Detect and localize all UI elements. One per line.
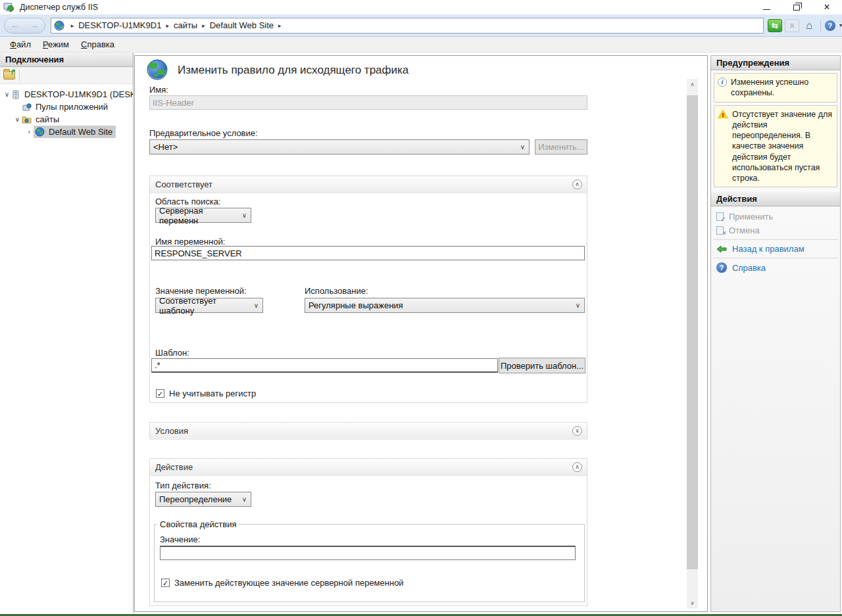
scope-select[interactable]: Серверная переменн ∨	[155, 208, 251, 223]
minimize-button[interactable]	[751, 0, 781, 14]
action-section-title: Действие	[155, 462, 193, 472]
cancel-action[interactable]: × Отмена	[711, 224, 840, 237]
tree-item-server[interactable]: ∨ DESKTOP-U1MK9D1 (DESKTOP	[0, 88, 133, 101]
menu-view[interactable]: Режим	[37, 37, 75, 51]
variable-name-input[interactable]	[151, 246, 585, 260]
refresh-button[interactable]: ⇆	[768, 19, 782, 32]
scrollbar-thumb[interactable]	[687, 95, 698, 569]
menu-help[interactable]: Справка	[75, 37, 120, 51]
chevron-down-icon: ∨	[242, 212, 251, 219]
action-value-input[interactable]	[160, 546, 576, 560]
edit-outbound-rule-page: Изменить правило для исходящего трафика …	[134, 55, 708, 612]
content-scrollbar[interactable]: ∧ ∨	[687, 79, 698, 609]
back-button[interactable]: ←	[11, 21, 19, 30]
right-panel: Предупреждения i Изменения успешно сохра…	[710, 55, 841, 612]
breadcrumb-item-server[interactable]: DESKTOP-U1MK9D1	[78, 20, 161, 30]
check-icon: ✓	[721, 216, 726, 223]
action-type-select[interactable]: Переопределение ∨	[155, 492, 251, 507]
test-pattern-button[interactable]: Проверить шаблон...	[499, 358, 585, 373]
actions-separator	[713, 258, 838, 258]
action-section-header[interactable]: Действие ∧	[150, 459, 587, 476]
page-title: Изменить правило для исходящего трафика	[178, 64, 409, 77]
scroll-down-icon[interactable]: ∨	[687, 598, 698, 609]
collapse-chevron-up-icon[interactable]: ∧	[572, 179, 582, 189]
window-controls: ×	[751, 0, 842, 14]
help-label: Справка	[732, 263, 766, 273]
tree-selection: Default Web Site	[34, 126, 116, 138]
match-section-title: Соответствует	[155, 179, 212, 189]
precondition-label: Предварительное условие:	[149, 128, 258, 138]
tree-expanded-icon[interactable]: ∨	[3, 91, 11, 98]
tree-item-app-pools-label: Пулы приложений	[34, 101, 110, 112]
breadcrumb-item-site[interactable]: Default Web Site	[210, 20, 274, 30]
tree-expanded-icon[interactable]: ∨	[13, 116, 22, 123]
info-alert: i Изменения успешно сохранены.	[714, 73, 837, 103]
tree-item-app-pools[interactable]: Пулы приложений	[0, 101, 133, 113]
action-properties-group: Свойства действия Значение: ✓ Заменить д…	[154, 519, 585, 602]
back-to-rules-label: Назад к правилам	[732, 244, 805, 254]
help-action[interactable]: ? Справка	[711, 260, 840, 275]
server-icon	[11, 90, 20, 99]
collapse-chevron-up-icon[interactable]: ∧	[572, 462, 582, 472]
iis-manager-window: Диспетчер служб IIS × ← → ▸ DESKTOP-U1MK…	[0, 0, 842, 616]
tree-item-default-web-site[interactable]: › Default Web Site	[0, 126, 133, 138]
address-band: ← → ▸ DESKTOP-U1MK9D1 ▸ сайты ▸ Default …	[0, 14, 842, 37]
conditions-section-header[interactable]: Условия ∨	[150, 423, 587, 440]
chevron-down-icon: ∨	[520, 143, 529, 151]
help-icon: ?	[716, 262, 727, 273]
cancel-icon: ×	[716, 226, 724, 235]
menu-file[interactable]: Файл	[4, 37, 37, 51]
warning-alert: ! Отсутствует значение для действия пере…	[714, 105, 837, 188]
ignore-case-checkbox-row: ✓ Не учитывать регистр	[156, 389, 256, 398]
tree-item-server-label: DESKTOP-U1MK9D1 (DESKTOP	[22, 89, 133, 100]
precondition-select[interactable]: <Нет> ∨	[149, 139, 530, 154]
help-dropdown-caret-icon[interactable]: ▾	[839, 22, 842, 28]
pattern-input[interactable]	[151, 358, 498, 373]
replace-checkbox[interactable]: ✓	[161, 579, 170, 587]
expand-chevron-down-icon[interactable]: ∨	[572, 426, 582, 436]
chevron-down-icon: ∨	[576, 302, 584, 309]
restore-button[interactable]	[781, 0, 812, 14]
toolbar-separator	[19, 70, 20, 81]
home-button[interactable]: ⌂	[802, 19, 816, 32]
ignore-case-checkbox[interactable]: ✓	[156, 389, 164, 398]
back-to-rules-action[interactable]: Назад к правилам	[711, 242, 840, 256]
minimize-icon	[763, 9, 770, 10]
precondition-value: <Нет>	[153, 142, 178, 152]
breadcrumb[interactable]: ▸ DESKTOP-U1MK9D1 ▸ сайты ▸ Default Web …	[51, 18, 764, 34]
chevron-down-icon: ∨	[242, 496, 251, 503]
edit-precondition-button[interactable]: Изменить...	[535, 139, 587, 154]
close-button[interactable]: ×	[812, 0, 842, 14]
action-type-label: Тип действия:	[155, 481, 211, 490]
connections-panel: Подключения ↱ ∨ DESKTOP-U1MK9D1 (DESKTOP…	[0, 53, 134, 613]
chevron-down-icon: ∨	[254, 302, 262, 309]
connections-toolbar: ↱	[0, 67, 133, 84]
restore-icon	[793, 5, 800, 11]
window-title: Диспетчер служб IIS	[20, 3, 98, 12]
help-button[interactable]: ?	[825, 20, 835, 31]
breadcrumb-separator-icon: ▸	[202, 22, 205, 29]
green-arrow-icon: ↱	[11, 68, 16, 76]
action-type-value: Переопределение	[159, 494, 232, 504]
address-band-buttons: ⇆ × ⌂ ? ▾	[768, 19, 842, 32]
name-label: Имя:	[149, 85, 168, 95]
connections-header: Подключения	[0, 53, 133, 67]
variable-value-select[interactable]: Соответствует шаблону ∨	[155, 298, 263, 313]
create-connection-icon[interactable]: ↱	[3, 71, 15, 80]
breadcrumb-separator-icon: ▸	[71, 22, 74, 29]
scroll-up-icon[interactable]: ∧	[687, 79, 698, 90]
globe-icon	[54, 20, 64, 31]
tree-item-sites[interactable]: ∨ сайты	[0, 113, 133, 126]
tree-collapsed-icon[interactable]: ›	[25, 128, 34, 135]
using-select[interactable]: Регулярные выражения ∨	[305, 298, 585, 313]
x-icon: ×	[722, 229, 726, 237]
stop-button[interactable]: ×	[785, 19, 799, 32]
site-globe-icon	[35, 127, 45, 137]
match-section-header[interactable]: Соответствует ∧	[150, 176, 587, 193]
apply-action[interactable]: ✓ Применить	[711, 210, 840, 224]
forward-button[interactable]: →	[30, 21, 39, 30]
breadcrumb-item-sites[interactable]: сайты	[174, 20, 197, 30]
using-label: Использование:	[305, 286, 368, 296]
cancel-label: Отмена	[729, 225, 760, 235]
navigation-pill: ← →	[4, 18, 45, 34]
